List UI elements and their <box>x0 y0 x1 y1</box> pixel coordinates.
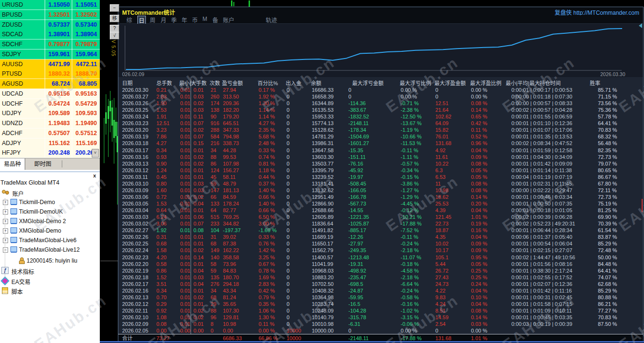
sidebar-item-account[interactable]: −TradeMaxGlobal-Live12 <box>0 245 100 255</box>
table-row[interactable]: 2026.02.120.290.010.012935.650.35 %01028… <box>118 301 643 307</box>
minimize-button[interactable]: − <box>110 4 119 12</box>
hold-time-cell: 0:00:02 | 0:52:23 | 49:20:31 <box>511 220 575 227</box>
sidebar-item-accounts[interactable]: 账户 <box>0 188 100 197</box>
menu-item-10[interactable]: 账户 <box>222 16 235 24</box>
scroll-left-arrow-icon[interactable] <box>639 23 642 28</box>
table-row[interactable]: 2026.03.170.340.010.013444.280.33 %01364… <box>118 147 643 154</box>
table-row[interactable]: 2026.02.050.000.000.0000.000.00 %1000010… <box>118 327 643 334</box>
grid-line <box>72 99 72 109</box>
table-row[interactable]: 2026.02.090.080.010.01810.980.11 %010010… <box>118 321 643 327</box>
table-row[interactable]: 2026.02.200.580.010.015873.960.67 %01104… <box>118 261 643 267</box>
market-watch-row[interactable]: SDJPY159.961159.964 <box>0 49 100 59</box>
table-row[interactable]: 2026.03.2312.510.010.07916645.514.27 %01… <box>118 120 643 127</box>
date-cell: 2026.03.03 <box>122 214 148 220</box>
table-row[interactable]: 2026.03.121.240.010.01124156.271.18 %013… <box>118 167 643 174</box>
symbol-label: BPUSD <box>2 10 22 20</box>
market-watch-row[interactable]: SDCHF0.798770.79879 <box>0 39 100 49</box>
menu-item-3[interactable]: 周 <box>149 16 156 24</box>
tab-symbols[interactable]: 易品种 <box>0 158 25 170</box>
menu-item-6[interactable]: 年 <box>181 16 188 24</box>
sidebar-item-scripts[interactable]: 脚本 <box>0 286 100 295</box>
sidebar-item-account[interactable]: +XMGlobal-Demo 2 <box>0 216 100 226</box>
table-row[interactable]: 2026.02.190.860.010.045984.830.78 %01096… <box>118 267 643 274</box>
table-row[interactable]: 2026.02.260.310.010.013139.020.33 %01168… <box>118 234 643 240</box>
tab-separator <box>62 160 62 167</box>
table-row[interactable]: 2026.03.110.450.010.014558.110.44 %01323… <box>118 174 643 180</box>
deposit-cell: 0 <box>287 187 289 194</box>
scrollbar-marker[interactable] <box>642 199 643 212</box>
apply-button[interactable]: √ <box>110 32 119 39</box>
win-rate-cell: 62.68 % <box>598 281 617 287</box>
sidebar-item-login[interactable]: 12000145: huiyin liu <box>0 256 100 265</box>
balance-cell: 12688.66 <box>312 207 334 214</box>
menu-item-9[interactable]: 备 <box>211 16 219 24</box>
market-watch-row[interactable]: ADJPY115.162115.169 <box>0 138 100 148</box>
sidebar-item-account[interactable]: +TradeMaxGlobal-Live6 <box>0 235 100 245</box>
table-row[interactable]: 2026.02.250.680.010.016887.380.76 %01165… <box>118 240 643 247</box>
table-row[interactable]: 2026.03.100.800.010.035948.790.37 %01318… <box>118 180 643 187</box>
table-row[interactable]: 2026.03.272.830.010.03260313.501.92 %016… <box>118 93 643 100</box>
table-row[interactable]: 2026.03.130.900.010.0286107.980.81 %0135… <box>118 160 643 167</box>
market-watch-row[interactable]: URUSD1.150501.15051 <box>0 0 100 10</box>
market-watch-row[interactable]: UDCAD0.951560.95163 <box>0 89 100 99</box>
table-row[interactable]: 2026.02.130.700.010.026881.240.79 %01036… <box>118 294 643 301</box>
menu-item-5[interactable]: 季 <box>170 16 178 24</box>
table-row[interactable]: 2026.03.091.600.010.03147181.131.40 %013… <box>118 187 643 194</box>
profit-cell: 58.11 <box>223 174 236 180</box>
market-watch-row[interactable]: SDCAD1.389011.38904 <box>0 29 100 39</box>
market-watch-row[interactable]: AGUSD68.72468.805 <box>0 79 100 89</box>
close-icon[interactable]: x <box>92 173 97 178</box>
menu-item-1[interactable]: 综 <box>125 16 133 24</box>
sidebar-item-account[interactable]: +Tickmill-DemoUK <box>0 207 100 216</box>
help-button[interactable]: ? <box>110 25 119 32</box>
table-row[interactable]: 2026.03.060.720.010.026684.590.66 %01295… <box>118 194 643 200</box>
market-watch-row[interactable]: HFJPY200.248200.262˅ <box>0 148 100 158</box>
market-watch-row[interactable]: ZDUSD0.573370.57340 <box>0 20 100 30</box>
table-row[interactable]: 2026.02.241.580.010.02149162.221.42 %011… <box>118 247 643 254</box>
total-lots-cell: 0.08 <box>156 321 166 327</box>
market-watch-row[interactable]: UDNZD1.194831.19490 <box>0 118 100 128</box>
table-row[interactable]: 2026.03.040.640.010.016482.770.66 %01268… <box>118 207 643 214</box>
sidebar-item-indicators[interactable]: ƒ技术指标 <box>0 266 100 275</box>
menu-item-8[interactable]: M <box>202 16 208 22</box>
table-row[interactable]: 2026.02.181.520.010.03135180.701.69 %010… <box>118 274 643 281</box>
table-row[interactable]: 2026.03.160.930.010.028899.530.74 %01360… <box>118 154 643 160</box>
table-row[interactable]: 2026.03.184.270.010.15216338.732.48 %013… <box>118 140 643 147</box>
chevron-down-icon[interactable]: ˅ <box>92 149 99 157</box>
table-row[interactable]: 2026.02.110.920.010.0288107.301.06 %0102… <box>118 307 643 314</box>
table-row[interactable]: 2026.03.051.530.010.04133178.241.40 %012… <box>118 200 643 207</box>
move-button[interactable]: 移 <box>110 15 119 22</box>
table-row[interactable]: 2026.03.197.860.010.07584794.985.68 %014… <box>118 133 643 140</box>
menu-item-track[interactable]: 轨迹 <box>265 16 278 24</box>
table-row[interactable]: 2026.03.261.900.010.02174209.361.30 %016… <box>118 100 643 107</box>
table-row[interactable]: 2026.03.023.060.010.07233344.823.00 %011… <box>118 220 643 227</box>
balance-cell: 10000.00 <box>312 327 334 334</box>
menu-item-4[interactable]: 月 <box>160 16 167 24</box>
market-watch-row[interactable]: ADCHF0.575070.57512 <box>0 128 100 138</box>
grid-line <box>72 49 72 59</box>
sidebar-item-account[interactable]: +XMGlobal-Demo <box>0 226 100 235</box>
sidebar-item-account[interactable]: +Tickmill-Demo <box>0 197 100 207</box>
menu-item-7[interactable]: 币 <box>191 16 199 24</box>
table-row[interactable]: 2026.03.251.530.010.03138182.201.14 %016… <box>118 107 643 113</box>
market-watch-row[interactable]: AUUSD4471.994472.11 <box>0 59 100 69</box>
trade-count-cell: 34 <box>211 147 216 154</box>
table-row[interactable]: 2026.03.036.240.010.06515769.256.50 %012… <box>118 214 643 220</box>
table-row[interactable]: 2026.03.203.230.010.02288347.332.35 %015… <box>118 127 643 133</box>
sidebar-item-experts[interactable]: EA交易 <box>0 276 100 285</box>
table-row[interactable]: 2026.02.160.340.010.013443.340.42 %01040… <box>118 287 643 294</box>
table-row[interactable]: 2026.03.300.210.010.012127.940.17 %01668… <box>118 87 643 93</box>
date-cell: 2026.03.16 <box>122 154 148 160</box>
tab-tick-chart[interactable]: 即时图 <box>30 158 55 170</box>
table-row[interactable]: 2026.02.173.510.010.04276294.182.83 %010… <box>118 281 643 287</box>
table-row[interactable]: 2026.02.234.200.010.14140358.583.25 %011… <box>118 254 643 261</box>
market-watch-row[interactable]: UDCHF0.547240.54729 <box>0 99 100 109</box>
market-watch-row[interactable]: BPUSD1.325011.32502 <box>0 10 100 20</box>
table-row[interactable]: 2026.03.241.910.010.1190179.201.14 %0159… <box>118 113 643 120</box>
navigator-root-title[interactable]: TradeMax Global MT4 <box>0 179 59 186</box>
market-watch-row[interactable]: UDJPY109.589109.593 <box>0 108 100 118</box>
table-row[interactable]: 2026.02.271.920.010.08104-197.37-1.69 %0… <box>118 227 643 234</box>
market-watch-row[interactable]: PTUSD1880.321888.70 <box>0 69 100 79</box>
titlebar[interactable]: MTCommander统计 复盘侠 http://MTCommander.com <box>118 7 643 15</box>
table-row[interactable]: 2026.02.101.080.010.0296129.811.30 %0101… <box>118 314 643 321</box>
